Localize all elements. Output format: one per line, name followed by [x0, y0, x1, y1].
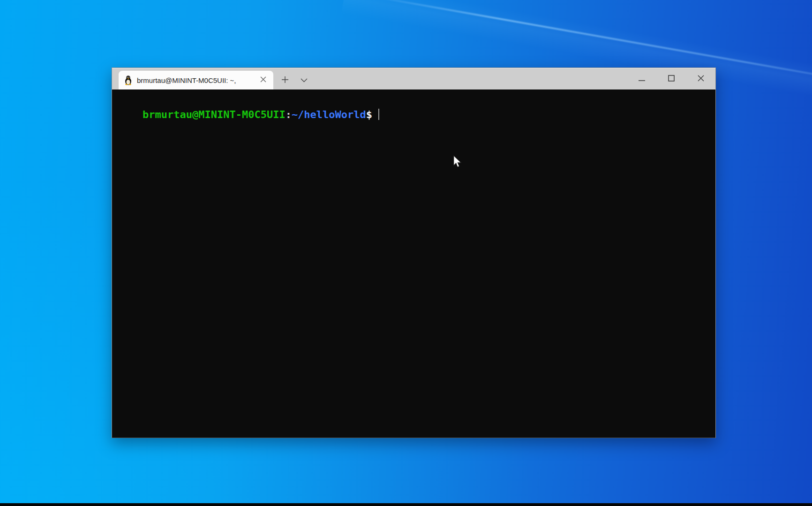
terminal-caret: [378, 109, 379, 120]
caption-buttons: [623, 68, 712, 89]
window-titlebar[interactable]: brmurtau@MININT-M0C5UII: ~,: [112, 68, 715, 89]
plus-icon: [281, 76, 289, 85]
terminal-tab[interactable]: brmurtau@MININT-M0C5UII: ~,: [119, 71, 273, 89]
new-tab-button[interactable]: [277, 72, 293, 88]
maximize-icon: [668, 75, 675, 83]
prompt-line: brmurtau@MININT-M0C5UII:~/helloWorld$: [143, 109, 379, 120]
close-icon: [260, 76, 266, 84]
terminal-output-area[interactable]: brmurtau@MININT-M0C5UII:~/helloWorld$: [112, 89, 715, 438]
close-icon: [698, 75, 704, 83]
maximize-button[interactable]: [661, 68, 682, 89]
prompt-user-host: brmurtau@MININT-M0C5UII: [143, 109, 286, 120]
tab-close-button[interactable]: [256, 74, 270, 87]
tab-bar-actions: [277, 71, 315, 89]
minimize-button[interactable]: [631, 68, 653, 89]
prompt-separator: :: [286, 109, 292, 120]
prompt-path: ~/helloWorld: [292, 109, 366, 120]
desktop: { "desktop": { "wallpaper_colors": { "le…: [0, 0, 812, 506]
terminal-window: brmurtau@MININT-M0C5UII: ~,: [112, 67, 716, 438]
tab-title: brmurtau@MININT-M0C5UII: ~,: [137, 76, 256, 84]
tux-icon: [124, 75, 132, 85]
prompt-symbol: $: [366, 109, 372, 120]
minimize-icon: [639, 75, 645, 82]
chevron-down-icon: [301, 77, 308, 84]
tab-dropdown-button[interactable]: [296, 72, 312, 88]
close-window-button[interactable]: [690, 68, 712, 89]
screen-bottom-strip: [0, 503, 812, 506]
